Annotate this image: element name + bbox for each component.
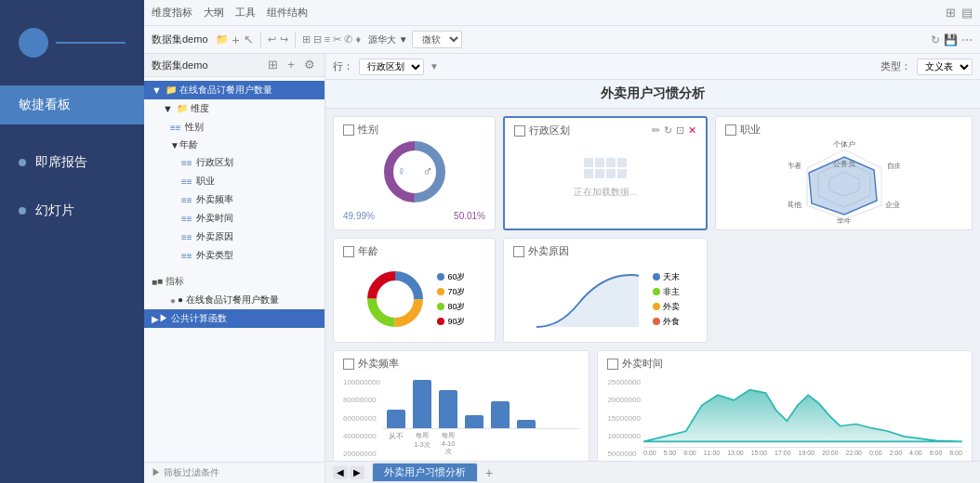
tree-order-count[interactable]: ● ● 在线食品订餐用户数量 (144, 291, 324, 309)
filter-type-select[interactable]: 文义表 (917, 59, 973, 75)
occupation-card: 职业 个体户 自 (715, 116, 973, 230)
tree-reason[interactable]: ≡≡ 外卖原因 (144, 228, 324, 246)
region-maximize-icon[interactable]: ⊡ (676, 124, 684, 137)
page-prev-btn[interactable]: ◀ (333, 466, 348, 479)
sidebar-label-dashboard: 敏捷看板 (19, 97, 71, 113)
region-edit-icon[interactable]: ✏ (652, 124, 660, 137)
region-refresh-icon[interactable]: ↻ (664, 124, 672, 137)
tree-time-icon: ≡≡ (181, 214, 192, 224)
bar-1 (387, 410, 405, 428)
toolbar-select[interactable]: 微软 (412, 31, 462, 48)
bar-5 (491, 401, 510, 428)
age-legend: 60岁 70岁 80岁 (437, 271, 465, 328)
metrics-label[interactable]: ■ ■ 指标 (144, 272, 324, 291)
metrics-section-label: ■ 指标 (157, 275, 184, 288)
svg-text:♂: ♂ (422, 163, 432, 178)
sidebar-item-slides[interactable]: 幻灯片 (0, 191, 144, 230)
tree-freq[interactable]: ≡≡ 外卖频率 (144, 190, 324, 209)
tab-add-btn[interactable]: + (480, 463, 498, 482)
region-close-icon[interactable]: ✕ (688, 124, 696, 137)
topbar-icon-layout[interactable]: ▤ (961, 6, 973, 20)
outer-freq-checkbox[interactable] (343, 359, 354, 370)
toolbar-save-icon[interactable]: 💾 (944, 33, 958, 46)
freq-y-4: 80000000 (343, 396, 380, 404)
time-x-6: 17:00 (775, 450, 791, 456)
outer-time-checkbox[interactable] (607, 359, 618, 370)
gender-checkbox[interactable] (343, 124, 354, 136)
tree-time[interactable]: ≡≡ 外卖时间 (144, 209, 324, 228)
tree-gender[interactable]: ≡≡ 性别 (144, 118, 324, 137)
tree-occupation[interactable]: ≡≡ 职业 (144, 172, 324, 190)
filter-row-label: 行： (333, 59, 353, 73)
reason-legend-4: 外食 (653, 316, 680, 328)
gender-donut-svg: ♀ ♂ (377, 135, 452, 209)
toolbar-refresh-icon[interactable]: ↻ (931, 33, 940, 46)
occupation-card-title: 职业 (725, 123, 962, 137)
sidebar-label-slides: 幻灯片 (35, 202, 74, 219)
freq-y-3: 60000000 (343, 414, 380, 423)
age-legend-60: 60岁 (437, 271, 465, 283)
freq-y-5: 100000000 (343, 378, 380, 386)
grid-cell-6 (595, 169, 604, 178)
occupation-radar-svg: 个体户 自由职业者 企业白领 学生 其他 新晋工作者 公务员 (788, 140, 900, 224)
menu-dimensions[interactable]: 维度指标 (152, 6, 192, 20)
dashboard-grid: 性别 ♀ ♂ (325, 109, 980, 461)
region-body: 正在加载数据... (514, 141, 696, 215)
dashboard-filter-bar: 行： 行政区划 ▼ 类型： 文义表 (325, 54, 980, 80)
svg-text:个体户: 个体户 (833, 140, 855, 149)
panel-header-label: 数据集demo (152, 59, 208, 72)
svg-text:企业白领: 企业白领 (885, 201, 900, 209)
time-x-1: 5:00 (664, 450, 677, 456)
freq-y-1: 20000000 (343, 450, 380, 458)
sidebar: 敏捷看板 即席报告 幻灯片 (0, 0, 144, 483)
top-menubar: 维度指标 大纲 工具 组件结构 ⊞ ▤ (144, 0, 980, 26)
panel-add-icon[interactable]: + (284, 58, 298, 72)
toolbar-redo[interactable]: ↪ (280, 33, 288, 46)
region-checkbox[interactable] (514, 125, 525, 137)
age-checkbox[interactable] (343, 246, 354, 257)
dimensions-sub-folder[interactable]: ▼ 📁 维度 (144, 99, 324, 118)
gender-title-text: 性别 (358, 123, 378, 137)
tab-main-label: 外卖用户习惯分析 (384, 466, 466, 477)
tree-region-icon: ≡≡ (181, 158, 192, 168)
tree-occupation-label: 职业 (196, 175, 215, 188)
time-y-3: 15000000 (607, 414, 641, 423)
filter-row-select[interactable]: 行政区划 (359, 59, 424, 75)
freq-x-3: 每周4-10次 (439, 431, 457, 456)
sidebar-item-report[interactable]: 即席报告 (0, 143, 144, 182)
reason-dot-3 (653, 303, 660, 310)
region-card: 行政区划 ✏ ↻ ⊡ ✕ (503, 116, 708, 230)
panel-settings-icon[interactable]: ⚙ (302, 58, 317, 72)
topbar-icon-grid[interactable]: ⊞ (946, 6, 956, 20)
occupation-checkbox[interactable] (725, 124, 736, 136)
tree-region-label: 行政区划 (196, 156, 233, 169)
dimensions-folder[interactable]: ▼ 📁 在线食品订餐用户数量 (144, 81, 324, 99)
tree-type-icon: ≡≡ (181, 251, 192, 261)
reason-label-2: 非主 (663, 286, 680, 298)
menu-component[interactable]: 组件结构 (267, 6, 308, 20)
tree-type[interactable]: ≡≡ 外卖类型 (144, 246, 324, 265)
tree-calc-folder[interactable]: ▶ ▶ 公共计算函数 (144, 309, 324, 328)
filter-toggle[interactable]: ▶ 筛板过滤条件 (144, 462, 324, 483)
folder-icon-sub: ▼ (163, 103, 173, 114)
main-area: 维度指标 大纲 工具 组件结构 ⊞ ▤ 数据集demo 📁 + ↖ ↩ ↪ ⊞ … (144, 0, 980, 483)
panel-expand-icon[interactable]: ⊞ (265, 58, 280, 72)
page-next-btn[interactable]: ▶ (350, 466, 364, 479)
toolbar-more-icon[interactable]: ⋯ (961, 33, 973, 46)
toolbar-add-icon[interactable]: + (232, 33, 240, 47)
outer-freq-card: 外卖频率 100000000 80000000 60000000 4000000… (333, 350, 589, 461)
menu-tools[interactable]: 工具 (235, 6, 256, 20)
menu-outline[interactable]: 大纲 (204, 6, 224, 20)
sidebar-item-dashboard[interactable]: 敏捷看板 (0, 85, 144, 124)
toolbar-cursor-icon[interactable]: ↖ (244, 33, 254, 46)
sidebar-label-report: 即席报告 (35, 154, 87, 171)
tree-age-folder[interactable]: ▼ 年龄 (163, 137, 324, 153)
age-card: 年龄 (333, 238, 496, 343)
metrics-section: ■ ■ 指标 ● ● 在线食品订餐用户数量 ▶ ▶ 公共计算函数 (144, 268, 324, 332)
tab-main[interactable]: 外卖用户习惯分析 (372, 463, 478, 482)
outer-reason-checkbox[interactable] (513, 246, 524, 257)
tree-region[interactable]: ≡≡ 行政区划 (144, 153, 324, 172)
outer-time-title: 外卖时间 (607, 357, 962, 371)
gender-male-pct: 50.01% (454, 211, 485, 221)
toolbar-undo[interactable]: ↩ (268, 33, 276, 46)
